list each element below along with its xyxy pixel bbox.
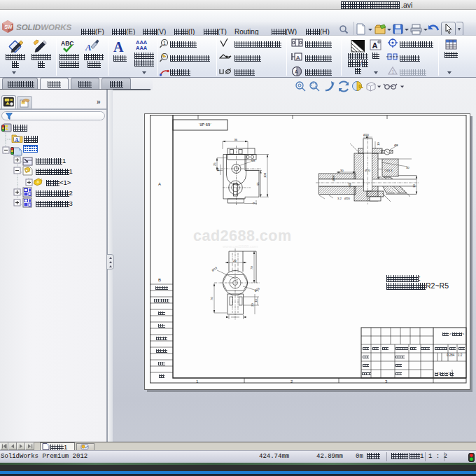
svg-text:Ø20: Ø20 <box>344 197 351 200</box>
svg-text:A: A <box>113 39 124 54</box>
svg-text:72: 72 <box>348 183 351 186</box>
svg-text:10: 10 <box>216 168 220 172</box>
svg-text:Ø19: Ø19 <box>211 266 218 272</box>
svg-text:30: 30 <box>412 184 416 188</box>
svg-text:36: 36 <box>234 138 238 141</box>
svg-text:20: 20 <box>233 259 237 262</box>
svg-text:0.284: 0.284 <box>447 354 455 357</box>
svg-text:SW: SW <box>4 24 13 29</box>
svg-text:30: 30 <box>340 169 344 172</box>
svg-text:100: 100 <box>263 172 267 178</box>
svg-text:M8: M8 <box>251 159 255 162</box>
svg-text:B: B <box>158 278 161 282</box>
svg-text:A: A <box>372 41 378 50</box>
svg-text:0: 0 <box>252 202 255 204</box>
svg-text:70: 70 <box>210 297 214 300</box>
svg-text:A: A <box>296 55 300 61</box>
svg-text:Ø15: Ø15 <box>253 286 260 293</box>
svg-text:A: A <box>158 182 161 186</box>
svg-text:.69 d8.: .69 d8. <box>198 122 211 127</box>
svg-text:13: 13 <box>254 299 258 302</box>
svg-text:Ø20: Ø20 <box>365 169 371 172</box>
svg-text:1: 1 <box>163 41 166 46</box>
svg-text:25: 25 <box>213 162 216 166</box>
svg-text:A: A <box>15 137 19 144</box>
svg-text:▽63.3: ▽63.3 <box>384 169 393 172</box>
svg-text:Ø20: Ø20 <box>363 133 370 136</box>
svg-text:65: 65 <box>256 182 260 186</box>
svg-text:1: 1 <box>392 69 395 74</box>
svg-text:20: 20 <box>251 303 254 307</box>
svg-text:70: 70 <box>250 266 253 270</box>
svg-text:Ø8: Ø8 <box>394 144 398 147</box>
svg-text:10: 10 <box>377 142 380 146</box>
svg-text:Ø18: Ø18 <box>332 175 335 181</box>
svg-text:30: 30 <box>406 166 410 169</box>
svg-text:A: A <box>295 69 298 74</box>
svg-text:A: A <box>85 42 92 52</box>
svg-text:1:2: 1:2 <box>458 354 463 357</box>
svg-text:AAA: AAA <box>136 45 148 51</box>
svg-text:3.2: 3.2 <box>337 197 342 200</box>
